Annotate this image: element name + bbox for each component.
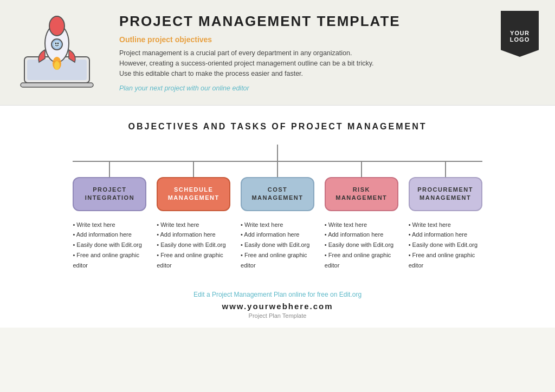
org-branches: PROJECTINTEGRATION SCHEDULEMANAGEMENT CO… (73, 162, 482, 211)
bullet-row: Write text here Add information here Eas… (73, 220, 482, 270)
footer-link[interactable]: Edit a Project Management Plan online fo… (0, 291, 555, 298)
section-title: OBJECTIVES AND TASKS OF PROJECT MANAGEME… (22, 122, 533, 132)
branch-line-1 (109, 162, 110, 177)
header-description: Project management is a crucial part of … (119, 48, 379, 79)
list-item: Easily done with Edit.org (73, 240, 146, 250)
main-content: OBJECTIVES AND TASKS OF PROJECT MANAGEME… (0, 106, 555, 281)
list-item: Write text here (409, 220, 482, 230)
box-risk-management: RISKMANAGEMENT (325, 177, 398, 211)
logo-badge: YOUR LOGO (501, 11, 539, 57)
branch-line-5 (445, 162, 446, 177)
branch-schedule-management: SCHEDULEMANAGEMENT (157, 162, 230, 211)
branch-procurement-management: PROCUREMENTMANAGEMENT (409, 162, 482, 211)
page-title: PROJECT MANAGEMENT TEMPLATE (119, 13, 539, 30)
list-item: Write text here (73, 220, 146, 230)
list-item: Easily done with Edit.org (157, 240, 230, 250)
list-item: Add information here (157, 230, 230, 240)
list-item: Add information here (241, 230, 314, 240)
bullet-col-3: Write text here Add information here Eas… (241, 220, 314, 270)
bullet-col-5: Write text here Add information here Eas… (409, 220, 482, 270)
list-item: Free and online graphic editor (325, 250, 398, 270)
box-cost-management: COSTMANAGEMENT (241, 177, 314, 211)
branch-line-4 (361, 162, 362, 177)
list-item: Write text here (325, 220, 398, 230)
svg-point-4 (49, 16, 64, 36)
bullet-col-2: Write text here Add information here Eas… (157, 220, 230, 270)
list-item: Free and online graphic editor (241, 250, 314, 270)
list-item: Add information here (73, 230, 146, 240)
horizontal-connector (73, 161, 482, 162)
header-text: PROJECT MANAGEMENT TEMPLATE Outline proj… (108, 13, 539, 92)
logo-line2: LOGO (510, 36, 530, 43)
root-connector-line (277, 145, 278, 161)
footer-url: www.yourwebhere.com (0, 302, 555, 311)
list-item: Easily done with Edit.org (409, 240, 482, 250)
list-item: Easily done with Edit.org (325, 240, 398, 250)
list-item: Add information here (409, 230, 482, 240)
svg-point-10 (54, 61, 60, 70)
list-item: Easily done with Edit.org (241, 240, 314, 250)
svg-point-6 (54, 41, 60, 48)
org-chart: PROJECTINTEGRATION SCHEDULEMANAGEMENT CO… (22, 145, 533, 270)
list-item: Write text here (157, 220, 230, 230)
footer-sub: Project Plan Template (0, 312, 555, 319)
header-subtitle: Outline project objectives (119, 35, 539, 44)
list-item: Write text here (241, 220, 314, 230)
box-project-integration: PROJECTINTEGRATION (73, 177, 146, 211)
footer: Edit a Project Management Plan online fo… (0, 281, 555, 328)
branch-line-3 (277, 162, 278, 177)
box-procurement-management: PROCUREMENTMANAGEMENT (409, 177, 482, 211)
rocket-illustration (16, 11, 108, 94)
branch-line-2 (193, 162, 194, 177)
branch-risk-management: RISKMANAGEMENT (325, 162, 398, 211)
header-link[interactable]: Plan your next project with our online e… (119, 84, 539, 92)
header: PROJECT MANAGEMENT TEMPLATE Outline proj… (0, 0, 555, 106)
branch-cost-management: COSTMANAGEMENT (241, 162, 314, 211)
bullet-col-4: Write text here Add information here Eas… (325, 220, 398, 270)
list-item: Add information here (325, 230, 398, 240)
list-item: Free and online graphic editor (409, 250, 482, 270)
box-schedule-management: SCHEDULEMANAGEMENT (157, 177, 230, 211)
svg-rect-2 (21, 83, 93, 87)
list-item: Free and online graphic editor (73, 250, 146, 270)
list-item: Free and online graphic editor (157, 250, 230, 270)
svg-point-8 (57, 43, 59, 44)
bullet-col-1: Write text here Add information here Eas… (73, 220, 146, 270)
logo-line1: YOUR (510, 30, 530, 36)
branch-project-integration: PROJECTINTEGRATION (73, 162, 146, 211)
svg-point-7 (55, 43, 57, 44)
